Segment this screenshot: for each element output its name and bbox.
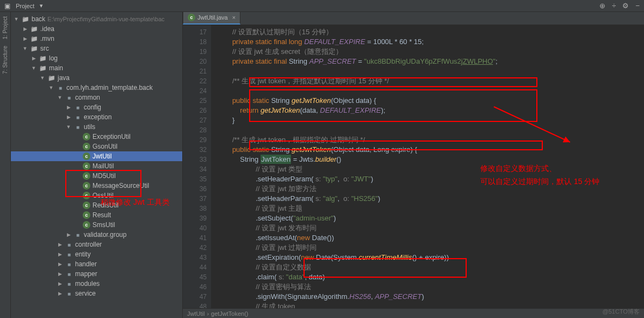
tree-item-SmsUtil[interactable]: cSmsUtil xyxy=(11,220,182,230)
tree-item-entity[interactable]: entity xyxy=(11,249,182,259)
project-tree[interactable]: backE:\myProject\myGit\admin-vue-templat… xyxy=(11,12,182,318)
tree-item-java[interactable]: java xyxy=(11,73,182,83)
tab-jwtutil[interactable]: c JwtUtil.java × xyxy=(183,12,240,25)
code-content[interactable]: // 设置默认过期时间（15 分钟） private static final … xyxy=(211,25,644,308)
tab-structure[interactable]: 7: Structure xyxy=(2,44,8,76)
annotation-right2: 可以自定义过期时间，默认 15 分钟 xyxy=(480,176,599,186)
tree-item-utils[interactable]: utils xyxy=(11,122,182,132)
tree-item-mapper[interactable]: mapper xyxy=(11,269,182,279)
tree-item-MD5Util[interactable]: cMD5Util xyxy=(11,171,182,181)
tree-item-exception[interactable]: exception xyxy=(11,112,182,122)
editor-tabs: c JwtUtil.java × xyxy=(183,12,644,25)
tree-item-back[interactable]: backE:\myProject\myGit\admin-vue-templat… xyxy=(11,14,182,24)
tree-item-ExceptionUtil[interactable]: cExceptionUtil xyxy=(11,132,182,142)
tree-item-src[interactable]: src xyxy=(11,44,182,53)
dropdown-icon[interactable]: ▾ xyxy=(40,2,43,9)
tree-item-MessageSourceUtil[interactable]: cMessageSourceUtil xyxy=(11,181,182,191)
tree-item-validator-group[interactable]: validator.group xyxy=(11,230,182,240)
target-icon[interactable]: ⊕ xyxy=(599,2,605,10)
tree-item-common[interactable]: common xyxy=(11,93,182,102)
tree-item-service[interactable]: service xyxy=(11,289,182,298)
tab-project[interactable]: 1: Project xyxy=(2,14,8,41)
tree-item-controller[interactable]: controller xyxy=(11,240,182,249)
tree-item-config[interactable]: config xyxy=(11,102,182,112)
tool-window-tabs: 1: Project 7: Structure xyxy=(0,12,11,318)
tree-item-modules[interactable]: modules xyxy=(11,279,182,289)
breadcrumb-method[interactable]: getJwtToken() xyxy=(211,310,248,317)
project-label: Project xyxy=(16,3,34,9)
breadcrumb-class[interactable]: JwtUtil xyxy=(187,310,205,317)
tree-item-JwtUtil[interactable]: cJwtUtil xyxy=(11,151,182,161)
tree-item-MailUtil[interactable]: cMailUtil xyxy=(11,161,182,171)
topbar: ▣ Project ▾ ⊕ ÷ ⚙ − xyxy=(0,0,644,12)
tree-item-com-lyh-admin_template-back[interactable]: com.lyh.admin_template.back xyxy=(11,83,182,93)
tree-item-handler[interactable]: handler xyxy=(11,259,182,269)
tree-item-Result[interactable]: cResult xyxy=(11,210,182,220)
folder-icon: ▣ xyxy=(4,2,10,10)
project-panel: backE:\myProject\myGit\admin-vue-templat… xyxy=(11,12,183,318)
divide-icon[interactable]: ÷ xyxy=(612,2,616,10)
tree-item--idea[interactable]: .idea xyxy=(11,24,182,34)
annotation-right1: 修改自定义数据方式、 xyxy=(480,163,556,173)
tree-item-main[interactable]: main xyxy=(11,63,182,73)
tree-item--mvn[interactable]: .mvn xyxy=(11,34,182,44)
annotation-left: 稍微修改 Jwt 工具类 xyxy=(101,198,170,207)
class-icon: c xyxy=(188,14,195,21)
code-editor[interactable]: 1718192021222425262728293233343536373839… xyxy=(183,25,644,308)
gear-icon[interactable]: ⚙ xyxy=(622,2,629,10)
tree-item-log[interactable]: log xyxy=(11,53,182,63)
close-icon[interactable]: × xyxy=(232,14,236,21)
main: 1: Project 7: Structure backE:\myProject… xyxy=(0,12,644,318)
tab-label: JwtUtil.java xyxy=(197,14,228,21)
tree-item-GsonUtil[interactable]: cGsonUtil xyxy=(11,142,182,151)
minimize-icon[interactable]: − xyxy=(635,2,640,10)
editor-area: c JwtUtil.java × 17181920212224252627282… xyxy=(183,12,644,318)
breadcrumb: JwtUtil › getJwtToken() xyxy=(183,308,644,318)
gutter: 1718192021222425262728293233343536373839… xyxy=(183,25,211,308)
